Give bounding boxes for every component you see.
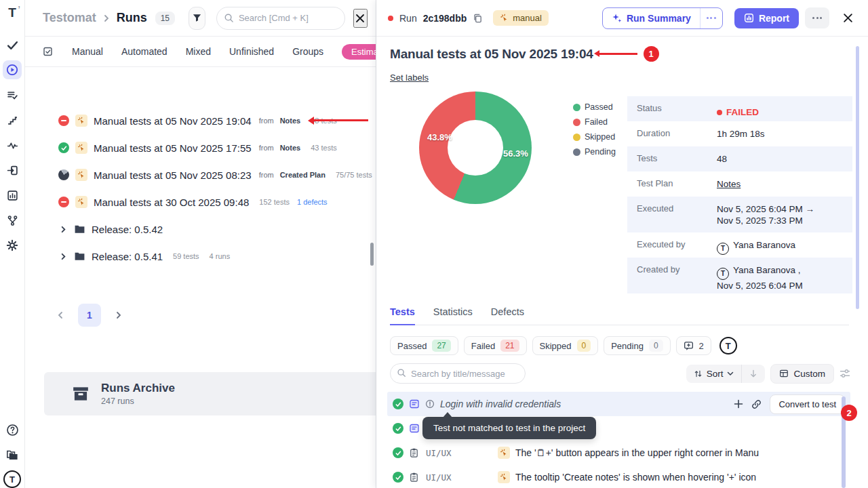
test-plan-link[interactable]: Notes: [717, 178, 741, 197]
detail-tabs: Tests Statistics Defects: [390, 306, 849, 325]
import-icon[interactable]: [3, 161, 22, 180]
display-settings-icon[interactable]: [840, 368, 850, 379]
info-row-tests: Tests 48: [627, 146, 852, 171]
status-badge: FAILED: [717, 103, 759, 121]
chart-legend: Passed Failed Skipped Pending: [573, 102, 616, 157]
chevron-expand-icon[interactable]: [58, 253, 68, 260]
report-button[interactable]: Report: [734, 8, 799, 28]
assignee-avatar[interactable]: T: [719, 337, 737, 354]
tab-automated[interactable]: Automated: [121, 46, 167, 57]
legend-passed: Passed: [573, 102, 616, 112]
projects-folder-icon[interactable]: [3, 445, 22, 464]
folder-row-release-0541[interactable]: Release: 0.5.41 59 tests 4 runs: [25, 243, 376, 270]
chip-passed[interactable]: Passed27: [390, 336, 458, 355]
custom-view-button[interactable]: Custom: [770, 364, 834, 384]
chip-comments[interactable]: 2: [676, 336, 711, 355]
test-row-login[interactable]: Login with invalid credentials Convert t…: [387, 392, 850, 416]
runs-panel-header: Testomat Runs 15: [25, 0, 376, 37]
test-title: The '🗒+' button appears in the upper rig…: [515, 447, 759, 458]
runs-archive-bar[interactable]: Runs Archive 247 runs: [44, 372, 376, 415]
chevron-expand-icon[interactable]: [58, 226, 68, 233]
info-row-duration: Duration 1h 29m 18s: [627, 121, 852, 146]
link-icon[interactable]: [751, 399, 762, 409]
prev-page-icon[interactable]: [52, 307, 68, 323]
select-runs-icon[interactable]: [43, 46, 54, 57]
passed-percent-label: 56.3%: [503, 148, 528, 159]
clipboard-icon: [409, 472, 419, 483]
annotation-arrow-run: [314, 119, 368, 121]
steps-icon[interactable]: [3, 110, 22, 129]
run-defects-link[interactable]: 1 defects: [297, 198, 328, 206]
test-row-tooltip-create-notes[interactable]: UI/UX The tooltip 'Create notes' is show…: [387, 465, 850, 488]
breadcrumb-page: Runs: [117, 11, 147, 25]
run-row-running-0823[interactable]: Manual tests at 05 Nov 2025 08:23 from C…: [25, 161, 376, 188]
convert-to-test-button[interactable]: Convert to test: [770, 394, 845, 414]
info-row-executed-by: Executed by TYana Baranova: [627, 232, 852, 258]
status-filter-chips: Passed27 Failed21 Skipped0 Pending0 2 T: [390, 336, 737, 355]
tab-tests[interactable]: Tests: [390, 306, 415, 325]
tab-statistics[interactable]: Statistics: [433, 306, 473, 325]
page-number[interactable]: 1: [78, 304, 101, 327]
tests-search-input[interactable]: [390, 363, 526, 384]
search-icon: [224, 13, 234, 23]
runs-play-icon[interactable]: [3, 60, 22, 79]
add-icon[interactable]: [734, 399, 743, 409]
tab-manual[interactable]: Manual: [72, 46, 103, 57]
help-icon[interactable]: [3, 420, 22, 439]
failed-percent-label: 43.8%: [427, 132, 452, 142]
folder-row-release-0542[interactable]: Release: 0.5.42: [25, 216, 376, 243]
run-summary-button[interactable]: Run Summary: [603, 8, 700, 28]
set-labels-link[interactable]: Set labels: [390, 73, 429, 83]
analytics-icon[interactable]: [3, 186, 22, 205]
chip-skipped[interactable]: Skipped0: [532, 336, 599, 355]
run-title-heading: Manual tests at 05 Nov 2025 19:04: [390, 47, 593, 62]
filter-button[interactable]: [189, 7, 205, 30]
folder-tests-count: 59 tests: [173, 252, 199, 260]
close-panel-button[interactable]: [838, 9, 857, 28]
chip-pending[interactable]: Pending0: [604, 336, 670, 355]
tab-groups[interactable]: Groups: [292, 46, 323, 57]
search-icon: [397, 368, 406, 378]
breadcrumb-app[interactable]: Testomat: [43, 11, 96, 25]
folder-icon: [74, 251, 85, 262]
more-options-button[interactable]: [805, 7, 829, 28]
detail-scrollbar[interactable]: [856, 46, 859, 309]
run-from-label: from: [259, 117, 274, 125]
manual-cursor-icon: [500, 14, 509, 22]
clipboard-icon: [409, 447, 419, 458]
tab-defects[interactable]: Defects: [491, 306, 524, 325]
pulse-icon[interactable]: [3, 136, 22, 155]
funnel-icon: [192, 13, 202, 23]
run-from-value: Notes: [280, 117, 301, 125]
run-row-failed-0948[interactable]: Manual tests at 30 Oct 2025 09:48 152 te…: [25, 188, 376, 216]
note-icon: [409, 423, 420, 434]
run-row-passed-1755[interactable]: Manual tests at 05 Nov 2025 17:55 from N…: [25, 134, 376, 161]
runs-search-input[interactable]: [216, 7, 345, 30]
in-progress-status-icon: [58, 169, 69, 180]
plans-list-icon[interactable]: [3, 85, 22, 104]
branch-icon[interactable]: [3, 211, 22, 230]
table-icon: [779, 369, 789, 378]
left-panel-scrollbar[interactable]: [370, 243, 374, 266]
copy-icon[interactable]: [473, 13, 483, 24]
icon-rail: T’ T: [0, 0, 25, 488]
legend-pending: Pending: [573, 147, 616, 157]
tab-mixed[interactable]: Mixed: [186, 46, 211, 57]
tab-estimate-badge[interactable]: Estimate: [342, 44, 376, 60]
user-avatar: T: [717, 268, 729, 280]
test-row-plus-button[interactable]: UI/UX The '🗒+' button appears in the upp…: [387, 441, 850, 465]
settings-gear-icon[interactable]: [3, 236, 22, 255]
arrow-down-icon: [749, 369, 757, 378]
account-avatar[interactable]: T: [3, 470, 21, 488]
testomat-logo-icon[interactable]: T’: [8, 5, 16, 20]
next-page-icon[interactable]: [111, 307, 127, 323]
close-search-button[interactable]: [353, 9, 368, 28]
tab-unfinished[interactable]: Unfinished: [229, 46, 274, 57]
test-title: Login with invalid credentials: [440, 399, 561, 409]
sort-button[interactable]: Sort: [686, 365, 742, 383]
chip-failed[interactable]: Failed21: [464, 336, 527, 355]
manual-badge: manual: [493, 10, 549, 26]
run-summary-more-button[interactable]: [700, 8, 722, 28]
sort-direction-button[interactable]: [741, 365, 765, 383]
tests-check-icon[interactable]: [3, 35, 22, 54]
